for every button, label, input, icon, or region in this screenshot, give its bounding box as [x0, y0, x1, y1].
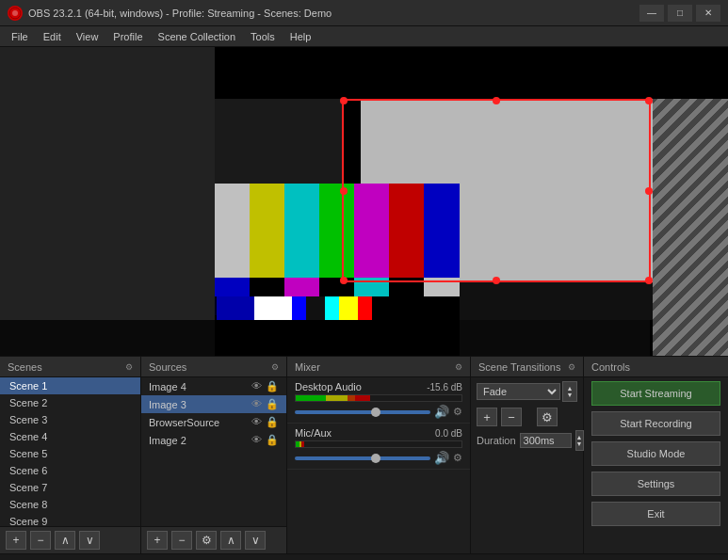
sources-config-icon[interactable]: ⚙ — [271, 362, 279, 372]
micaux-thumb — [371, 454, 380, 463]
studio-mode-button[interactable]: Studio Mode — [591, 441, 720, 466]
svg-rect-9 — [215, 278, 250, 296]
color-bars-svg — [215, 184, 460, 315]
desktop-audio-thumb — [371, 408, 380, 417]
scenes-remove-button[interactable]: − — [30, 531, 51, 550]
minimize-button[interactable]: — — [639, 5, 664, 22]
scene-item-8[interactable]: Scene 8 — [0, 496, 140, 513]
desktop-audio-db: -15.6 dB — [427, 382, 462, 392]
transitions-config-icon[interactable]: ⚙ — [568, 362, 575, 372]
preview-hatch — [653, 99, 728, 356]
start-streaming-button[interactable]: Start Streaming — [591, 381, 720, 406]
source-eye-icon-0[interactable]: 👁 — [251, 380, 262, 392]
svg-rect-28 — [339, 296, 358, 320]
close-button[interactable]: ✕ — [696, 5, 720, 22]
svg-rect-3 — [250, 184, 284, 278]
source-eye-icon-3[interactable]: 👁 — [251, 434, 262, 446]
scene-item-3[interactable]: Scene 3 — [0, 411, 140, 428]
menu-item-help[interactable]: Help — [283, 26, 319, 47]
settings-button[interactable]: Settings — [591, 472, 720, 496]
svg-rect-15 — [424, 278, 460, 296]
source-item-2[interactable]: BrowserSource👁🔒 — [141, 413, 286, 431]
sources-down-button[interactable]: ∨ — [245, 531, 266, 550]
preview-dark-mid — [215, 99, 342, 184]
menu-item-scene-collection[interactable]: Scene Collection — [151, 26, 244, 47]
statusbar: LIVE: 00:00:00 REC: 00:00:00 CPU: 0.8%, … — [0, 553, 728, 560]
duration-input[interactable] — [520, 433, 572, 448]
window-controls: — □ ✕ — [639, 5, 720, 22]
scene-item-2[interactable]: Scene 2 — [0, 394, 140, 411]
scene-item-5[interactable]: Scene 5 — [0, 445, 140, 462]
source-lock-icon-1[interactable]: 🔒 — [266, 398, 279, 410]
sources-up-button[interactable]: ∧ — [220, 531, 241, 550]
micaux-mute-icon[interactable]: 🔊 — [434, 451, 449, 465]
sources-gear-button[interactable]: ⚙ — [196, 531, 217, 550]
micaux-controls: 🔊 ⚙ — [295, 451, 462, 465]
menu-item-file[interactable]: File — [4, 26, 36, 47]
titlebar: OBS 23.2.1 (64-bit, windows) - Profile: … — [0, 0, 728, 26]
menu-item-tools[interactable]: Tools — [243, 26, 283, 47]
duration-down-arrow: ▼ — [576, 440, 583, 447]
source-lock-icon-3[interactable]: 🔒 — [266, 434, 279, 446]
exit-button[interactable]: Exit — [591, 502, 720, 526]
window-title: OBS 23.2.1 (64-bit, windows) - Profile: … — [28, 8, 639, 19]
obs-icon — [8, 6, 23, 21]
color-bars-bottom-svg — [217, 296, 460, 320]
mixer-config-icon[interactable]: ⚙ — [455, 362, 462, 372]
source-icons-3: 👁🔒 — [251, 434, 279, 446]
transition-remove-button[interactable]: − — [501, 408, 522, 426]
source-eye-icon-2[interactable]: 👁 — [251, 416, 262, 428]
desktop-audio-controls: 🔊 ⚙ — [295, 405, 462, 419]
controls-panel: Controls Start Streaming Start Recording… — [584, 357, 728, 553]
scene-item-7[interactable]: Scene 7 — [0, 479, 140, 496]
scene-item-9[interactable]: Scene 9 — [0, 513, 140, 526]
svg-rect-14 — [389, 278, 424, 296]
scenes-config-icon[interactable]: ⚙ — [125, 362, 133, 372]
transition-type-select[interactable]: Fade Cut Swipe Slide Stinger — [477, 383, 560, 400]
micaux-channel: Mic/Aux 0.0 dB 🔊 ⚙ — [287, 424, 470, 470]
source-label-0: Image 4 — [149, 381, 186, 392]
desktop-audio-gear-icon[interactable]: ⚙ — [453, 406, 462, 418]
source-item-3[interactable]: Image 2👁🔒 — [141, 431, 286, 449]
svg-rect-13 — [354, 278, 389, 296]
scene-item-1[interactable]: Scene 1 — [0, 377, 140, 394]
desktop-audio-slider[interactable] — [295, 410, 430, 414]
menu-item-profile[interactable]: Profile — [105, 26, 150, 47]
menu-item-view[interactable]: View — [69, 26, 106, 47]
svg-rect-24 — [254, 296, 292, 320]
svg-rect-10 — [250, 278, 284, 296]
scenes-header: Scenes ⚙ — [0, 357, 140, 377]
source-lock-icon-0[interactable]: 🔒 — [266, 380, 279, 392]
svg-rect-25 — [292, 296, 306, 320]
scenes-up-button[interactable]: ∧ — [55, 531, 75, 550]
mixer-title: Mixer — [295, 361, 320, 373]
duration-arrows[interactable]: ▲ ▼ — [575, 430, 584, 451]
sources-header: Sources ⚙ — [141, 357, 286, 377]
transition-gear-button[interactable]: ⚙ — [537, 408, 558, 426]
scene-item-6[interactable]: Scene 6 — [0, 462, 140, 479]
transition-type-arrows[interactable]: ▲ ▼ — [562, 381, 577, 402]
source-eye-icon-1[interactable]: 👁 — [251, 398, 262, 410]
source-item-1[interactable]: Image 3👁🔒 — [141, 395, 286, 413]
source-lock-icon-2[interactable]: 🔒 — [266, 416, 279, 428]
scenes-panel: Scenes ⚙ Scene 1Scene 2Scene 3Scene 4Sce… — [0, 357, 141, 553]
menu-item-edit[interactable]: Edit — [36, 26, 69, 47]
transition-add-button[interactable]: + — [477, 408, 497, 426]
scenes-footer: + − ∧ ∨ — [0, 526, 140, 553]
duration-up-arrow: ▲ — [576, 434, 583, 440]
micaux-slider[interactable] — [295, 456, 430, 460]
micaux-gear-icon[interactable]: ⚙ — [453, 452, 462, 464]
mixer-panel: Mixer ⚙ Desktop Audio -15.6 dB 🔊 ⚙ — [287, 357, 471, 553]
svg-rect-26 — [306, 296, 325, 320]
scenes-down-button[interactable]: ∨ — [79, 531, 100, 550]
sources-add-button[interactable]: + — [147, 531, 168, 550]
scene-item-4[interactable]: Scene 4 — [0, 428, 140, 445]
scenes-add-button[interactable]: + — [6, 531, 26, 550]
sources-remove-button[interactable]: − — [171, 531, 192, 550]
maximize-button[interactable]: □ — [668, 5, 692, 22]
start-recording-button[interactable]: Start Recording — [591, 411, 720, 436]
desktop-audio-mute-icon[interactable]: 🔊 — [434, 405, 449, 419]
scenes-header-icons: ⚙ — [125, 362, 133, 372]
source-item-0[interactable]: Image 4👁🔒 — [141, 377, 286, 395]
sources-list: Image 4👁🔒Image 3👁🔒BrowserSource👁🔒Image 2… — [141, 377, 286, 526]
